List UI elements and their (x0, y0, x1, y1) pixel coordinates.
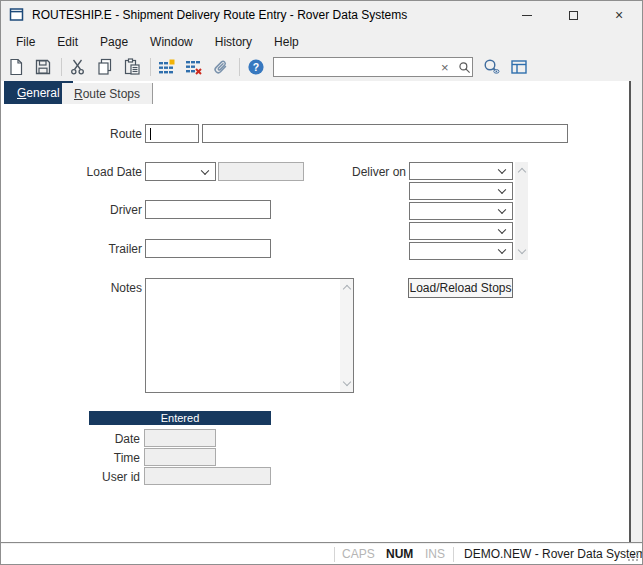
svg-text:?: ? (253, 61, 259, 73)
app-window: ROUTESHIP.E - Shipment Delivery Route En… (0, 0, 643, 565)
records-delete-button[interactable] (184, 57, 204, 77)
load-reload-stops-button[interactable]: Load/Reload Stops (408, 278, 513, 298)
maximize-button[interactable] (550, 1, 596, 29)
chevron-down-icon (498, 226, 506, 234)
chevron-down-icon (498, 246, 506, 254)
entered-userid-label: User id (30, 470, 140, 484)
paste-button[interactable] (122, 57, 142, 77)
toolbar: ? × (1, 54, 642, 80)
search-clear-icon[interactable]: × (437, 61, 453, 74)
deliver-on-combo-1[interactable] (409, 162, 513, 180)
deliver-on-combo-3[interactable] (409, 202, 513, 220)
entered-time-label: Time (30, 451, 140, 465)
notes-textarea[interactable] (145, 278, 354, 393)
toolbar-separator (150, 58, 151, 76)
deliver-on-combo-5[interactable] (409, 242, 513, 260)
menu-bar: File Edit Page Window History Help (1, 29, 642, 54)
search-icon[interactable] (453, 61, 476, 74)
copy-button[interactable] (95, 57, 115, 77)
load-date-value-input (218, 162, 304, 181)
menu-window[interactable]: Window (139, 31, 204, 53)
toolbar-search-box: × (273, 57, 473, 77)
deliver-on-combo-4[interactable] (409, 222, 513, 240)
tab-general-label: eneral (26, 86, 59, 100)
find-records-button[interactable] (482, 57, 502, 77)
notes-scrollbar[interactable] (340, 279, 353, 392)
new-document-button[interactable] (6, 57, 26, 77)
menu-page[interactable]: Page (89, 31, 139, 53)
entered-date-input (144, 429, 216, 447)
caps-indicator: CAPS (342, 547, 375, 561)
window-title: ROUTESHIP.E - Shipment Delivery Route En… (32, 8, 407, 22)
route-label: Route (32, 127, 142, 141)
chevron-down-icon (498, 186, 506, 194)
tab-route-stops-accel: R (74, 87, 83, 101)
status-separator (334, 547, 335, 562)
chevron-down-icon (498, 166, 506, 174)
layout-icon (510, 58, 528, 76)
route-description-input[interactable] (202, 124, 568, 143)
minimize-icon (522, 15, 532, 16)
resize-grip[interactable] (626, 549, 640, 563)
deliver-on-label: Deliver on (296, 165, 406, 179)
driver-label: Driver (32, 203, 142, 217)
help-button[interactable]: ? (246, 57, 266, 77)
layout-button[interactable] (509, 57, 529, 77)
notes-label: Notes (32, 281, 142, 295)
cut-icon (69, 58, 87, 76)
maximize-icon (569, 11, 578, 20)
trailer-input[interactable] (145, 239, 271, 258)
app-icon (9, 7, 25, 23)
paste-icon (123, 58, 141, 76)
close-button[interactable]: × (596, 1, 642, 29)
scroll-down-icon[interactable] (517, 246, 525, 254)
menu-file[interactable]: File (5, 31, 46, 53)
entered-header: Entered (89, 411, 271, 425)
deliver-on-combo-2[interactable] (409, 182, 513, 200)
deliver-on-scrollbar[interactable] (515, 162, 528, 260)
close-icon: × (615, 8, 623, 22)
cut-button[interactable] (68, 57, 88, 77)
scroll-down-icon[interactable] (342, 378, 350, 386)
save-button[interactable] (33, 57, 53, 77)
route-code-input[interactable] (145, 124, 199, 143)
status-separator (453, 547, 454, 562)
chevron-down-icon (201, 166, 209, 174)
search-input[interactable] (274, 59, 437, 75)
tab-route-stops-label: oute Stops (83, 87, 140, 101)
tab-route-stops[interactable]: Route Stops (62, 83, 153, 104)
statusbar-divider (1, 542, 642, 543)
entered-date-label: Date (30, 432, 140, 446)
find-records-icon (483, 58, 501, 76)
menu-help[interactable]: Help (263, 31, 310, 53)
toolbar-separator (239, 58, 240, 76)
copy-icon (96, 58, 114, 76)
attachment-button[interactable] (211, 57, 231, 77)
status-bar: CAPS NUM INS DEMO.NEW - Rover Data Syste… (1, 544, 642, 565)
num-indicator: NUM (386, 547, 413, 561)
entered-time-input (144, 448, 216, 466)
load-date-label: Load Date (32, 165, 142, 179)
menu-history[interactable]: History (204, 31, 263, 53)
driver-input[interactable] (145, 200, 271, 219)
chevron-down-icon (498, 206, 506, 214)
ins-indicator: INS (425, 547, 445, 561)
load-date-combo[interactable] (145, 162, 216, 181)
records-add-icon (158, 58, 176, 76)
new-document-icon (7, 58, 25, 76)
records-delete-icon (185, 58, 203, 76)
minimize-button[interactable] (504, 1, 550, 29)
records-add-button[interactable] (157, 57, 177, 77)
menu-edit[interactable]: Edit (46, 31, 89, 53)
entered-userid-input (144, 467, 271, 485)
title-bar[interactable]: ROUTESHIP.E - Shipment Delivery Route En… (1, 1, 642, 29)
tab-general-accel: G (17, 86, 26, 100)
trailer-label: Trailer (32, 242, 142, 256)
scroll-up-icon[interactable] (517, 168, 525, 176)
scroll-up-icon[interactable] (342, 285, 350, 293)
help-icon: ? (247, 58, 265, 76)
save-icon (34, 58, 52, 76)
attachment-icon (212, 58, 230, 76)
text-caret (150, 128, 151, 140)
toolbar-separator (61, 58, 62, 76)
